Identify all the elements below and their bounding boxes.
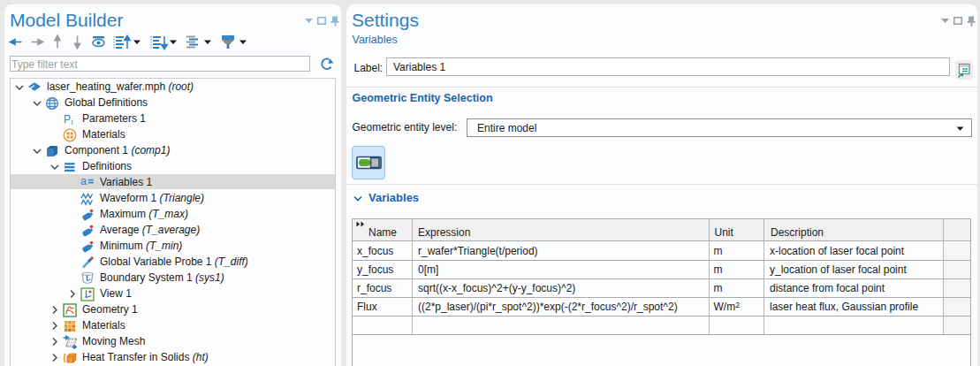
svg-text:P: P (64, 113, 71, 126)
svg-text:a: a (80, 175, 87, 187)
svg-text:i: i (72, 117, 73, 126)
